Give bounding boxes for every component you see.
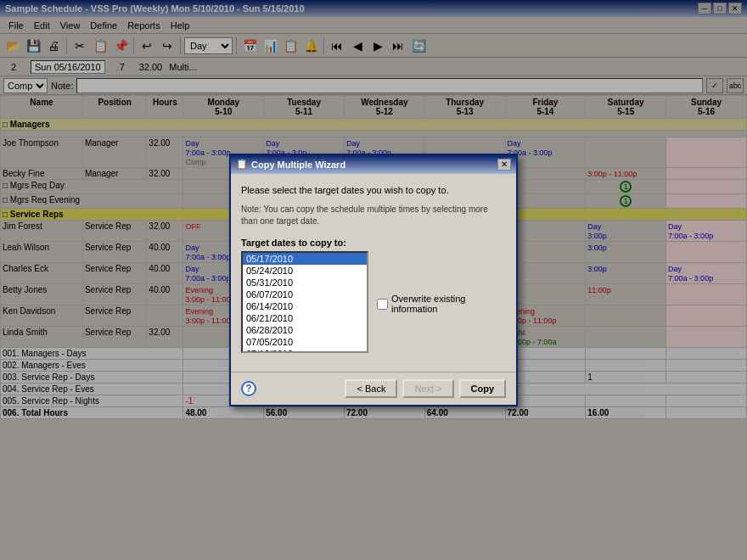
dialog-title-bar: 📋 Copy Multiple Wizard ✕	[231, 155, 516, 174]
dialog-footer: ? < Back Next > Copy	[231, 372, 516, 405]
overwrite-area: Overwrite existing information	[377, 294, 506, 314]
help-button[interactable]: ?	[241, 381, 256, 396]
dialog-title: 📋 Copy Multiple Wizard	[236, 159, 345, 170]
dialog-note: Note: You can copy the schedule multiple…	[241, 204, 506, 227]
copy-button[interactable]: Copy	[459, 379, 507, 398]
overwrite-label: Overwrite existing information	[391, 294, 506, 314]
date-listbox[interactable]: 05/17/2010 05/24/2010 05/31/2010 06/07/2…	[241, 251, 368, 353]
back-button[interactable]: < Back	[345, 379, 397, 398]
date-item-6[interactable]: 06/28/2010	[243, 324, 367, 336]
copy-multiple-dialog: 📋 Copy Multiple Wizard ✕ Please select t…	[229, 154, 518, 406]
date-item-8[interactable]: 07/12/2010	[243, 348, 367, 353]
dialog-dates-area: 05/17/2010 05/24/2010 05/31/2010 06/07/2…	[241, 251, 506, 353]
date-item-1[interactable]: 05/24/2010	[243, 265, 367, 277]
dialog-title-icon: 📋	[236, 159, 248, 170]
dialog-dates-label: Target dates to copy to:	[241, 238, 506, 248]
date-item-4[interactable]: 06/14/2010	[243, 300, 367, 312]
dialog-section-dates: Target dates to copy to: 05/17/2010 05/2…	[241, 238, 506, 353]
dialog-text1: Please select the target dates you wish …	[241, 184, 506, 197]
date-item-3[interactable]: 06/07/2010	[243, 288, 367, 300]
overwrite-checkbox[interactable]	[377, 299, 388, 310]
next-button[interactable]: Next >	[402, 379, 453, 398]
date-item-2[interactable]: 05/31/2010	[243, 277, 367, 288]
date-item-5[interactable]: 06/21/2010	[243, 312, 367, 324]
date-item-0[interactable]: 05/17/2010	[243, 253, 367, 265]
listbox-container: 05/17/2010 05/24/2010 05/31/2010 06/07/2…	[241, 251, 368, 353]
dialog-title-text: Copy Multiple Wizard	[251, 160, 345, 170]
modal-overlay: 📋 Copy Multiple Wizard ✕ Please select t…	[0, 0, 747, 560]
dialog-close-button[interactable]: ✕	[497, 159, 511, 171]
dialog-body: Please select the target dates you wish …	[231, 174, 516, 372]
date-item-7[interactable]: 07/05/2010	[243, 336, 367, 348]
